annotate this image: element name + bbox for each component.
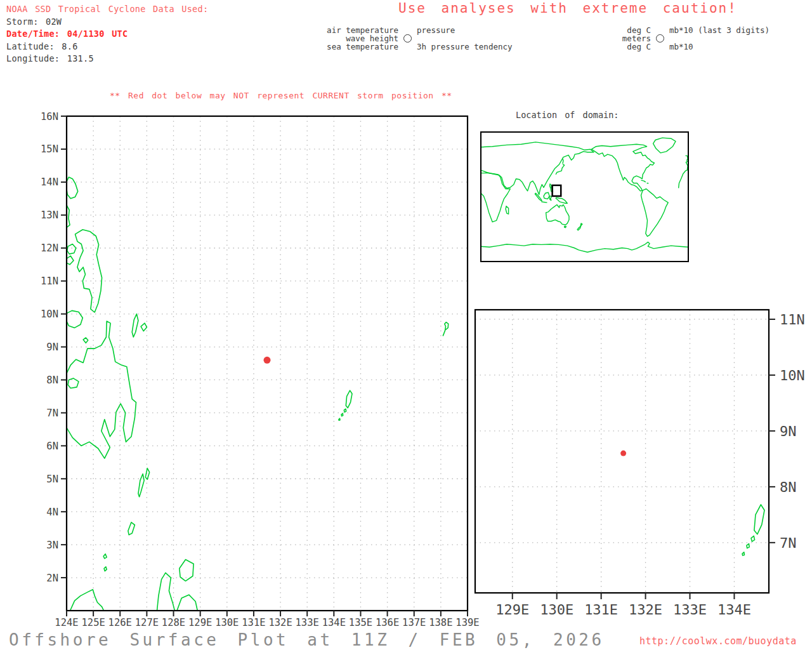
storm-info-block: NOAA SSD Tropical Cyclone Data Used: Sto… [6, 3, 208, 65]
source-label: NOAA SSD Tropical Cyclone Data Used: [6, 3, 208, 16]
zoom-coastline-mindanao [291, 387, 406, 620]
legend-pressure-label: pressure [417, 26, 513, 34]
main-map-lon-label: 129E [188, 617, 212, 628]
latitude-line: Latitude: 8.6 [6, 41, 208, 53]
main-coastline-masbate-1 [67, 244, 76, 255]
main-coastline-halmahera-3 [177, 595, 198, 611]
main-map-lat-label: 5N [46, 474, 58, 485]
site-url-link[interactable]: http://coolwx.com/buoydata [639, 635, 797, 647]
zoom-map-lon-label: 131E [584, 602, 618, 618]
zoom-coastline-lanao-lake [293, 484, 311, 501]
units-circle-icon [656, 34, 664, 43]
zoom-coastline-masbate-2 [291, 277, 302, 291]
zoom-map-lon-label: 134E [717, 602, 751, 618]
main-map-lon-label: 134E [322, 617, 346, 628]
main-map-lat-label: 13N [41, 209, 58, 221]
main-map-lon-label: 126E [108, 617, 132, 628]
main-coastline-halmahera-1 [157, 573, 174, 611]
main-map-lon-label: 137E [402, 617, 426, 628]
zoom-map: 11N10N9N8N7N129E130E131E132E133E134E [291, 143, 812, 650]
station-circle-icon [403, 34, 412, 43]
world-coastline-sakhalin [563, 159, 563, 164]
world-coastline-new-zealand [577, 223, 582, 230]
station-model-left-labels: air temperature wave height sea temperat… [325, 26, 398, 51]
main-map-lon-label: 132E [268, 617, 292, 628]
offshore-surface-plot-page: 16N15N14N13N12N11N10N9N8N7N6N5N4N3N2N124… [0, 0, 812, 650]
main-coastline-palau-islet-c [339, 418, 340, 420]
zoom-map-lon-label: 129E [495, 602, 529, 618]
main-coastline-siargao [141, 323, 147, 331]
zoom-map-lat-label: 7N [780, 535, 797, 551]
main-map-lat-label: 8N [46, 375, 58, 386]
units-left-labels: deg C meters deg C [619, 26, 651, 51]
main-coastline-sulawesi-tip [70, 590, 104, 611]
main-map-lat-label: 16N [41, 111, 58, 123]
world-coastline-greenland [653, 138, 676, 153]
main-map-lon-label: 135E [349, 617, 372, 628]
main-coastline-masbate-2 [67, 256, 74, 265]
red-dot-warning: ** Red dot below may NOT represent CURRE… [110, 91, 452, 100]
world-coastline-tasmania [565, 227, 566, 228]
main-map-lat-label: 11N [41, 275, 58, 287]
zoom-coastline-palau-islet-c [742, 552, 745, 555]
zoom-coastline-palau-islet-b [747, 544, 749, 548]
units-right-labels: mb*10 (last 3 digits) mb*10 [669, 26, 769, 51]
main-map-lat-label: 10N [41, 308, 58, 320]
main-map-lon-label: 127E [135, 617, 159, 628]
main-coastline-sangihe-1 [138, 474, 144, 497]
zoom-coastline-samar-leyte [304, 232, 349, 373]
main-map-lat-label: 9N [46, 342, 58, 353]
main-map-lat-label: 12N [41, 242, 58, 254]
world-coastline-sulawesi [549, 196, 552, 201]
zoom-map-lon-label: 133E [673, 602, 707, 618]
world-coastline-cuba [641, 180, 646, 182]
world-coastline-australia [546, 205, 569, 225]
caution-banner: Use analyses with extreme caution! [398, 1, 737, 16]
main-coastline-palau-main [346, 390, 352, 408]
main-map-lat-label: 3N [46, 540, 58, 551]
main-map-lon-label: 124E [55, 617, 78, 628]
main-map-lon-label: 131E [242, 617, 265, 628]
main-map-lon-label: 133E [296, 617, 319, 628]
station-model-legend: air temperature wave height sea temperat… [325, 26, 513, 51]
world-coastline-madagascar [506, 206, 509, 215]
zoom-coastline-camiguin [318, 415, 326, 424]
world-coastline-antarctica [481, 242, 688, 252]
main-coastline-mindanao [67, 321, 136, 458]
units-legend: deg C meters deg C mb*10 (last 3 digits)… [619, 26, 769, 51]
main-map-lon-label: 136E [376, 617, 399, 628]
zoom-coastline-bohol [291, 369, 317, 399]
legend-pressure-tendency-label: 3h pressure tendency [417, 43, 513, 51]
main-map-lat-label: 7N [46, 408, 58, 419]
unit-mb10-last3-label: mb*10 (last 3 digits) [669, 26, 769, 34]
station-model-right-labels: pressure 3h pressure tendency [417, 26, 513, 51]
zoom-map-lon-label: 130E [540, 602, 573, 618]
storm-position-dot-main [264, 357, 271, 364]
inset-world-coastlines [481, 138, 688, 252]
main-coastline-bohol [67, 310, 82, 328]
domain-location-rect [553, 185, 561, 196]
main-coastline-islet-1 [103, 554, 107, 559]
main-coastline-karakelong [128, 522, 135, 535]
main-map-lon-label: 130E [215, 617, 239, 628]
zoom-coastline-palau-islet-a [751, 536, 755, 541]
main-map-lat-label: 2N [46, 573, 58, 584]
main-coastline-sangihe-2 [145, 468, 149, 480]
inset-map-title: Location of domain: [516, 110, 619, 120]
legend-sea-temperature-label: sea temperature [325, 43, 398, 51]
main-coastline-islet-2 [104, 567, 107, 571]
world-coastline-java [541, 202, 547, 202]
main-coastline-camiguin [83, 338, 88, 343]
main-map: 16N15N14N13N12N11N10N9N8N7N6N5N4N3N2N124… [41, 111, 480, 629]
zoom-map-lat-label: 8N [780, 479, 797, 495]
plot-title: Offshore Surface Plot at 11Z / FEB 05, 2… [9, 630, 605, 649]
zoom-coastline-palau-main [754, 505, 764, 534]
world-coastline-south-america [641, 189, 669, 237]
main-map-lon-label: 138E [429, 617, 452, 628]
world-coastline-north-america [591, 144, 654, 191]
main-map-lon-label: 128E [162, 617, 185, 628]
main-coastline-palau-islet-a [344, 409, 346, 412]
main-map-lat-label: 15N [41, 143, 58, 155]
main-coastline-palau-islet-b [341, 413, 343, 416]
zoom-coastline-masbate-1 [292, 256, 306, 273]
